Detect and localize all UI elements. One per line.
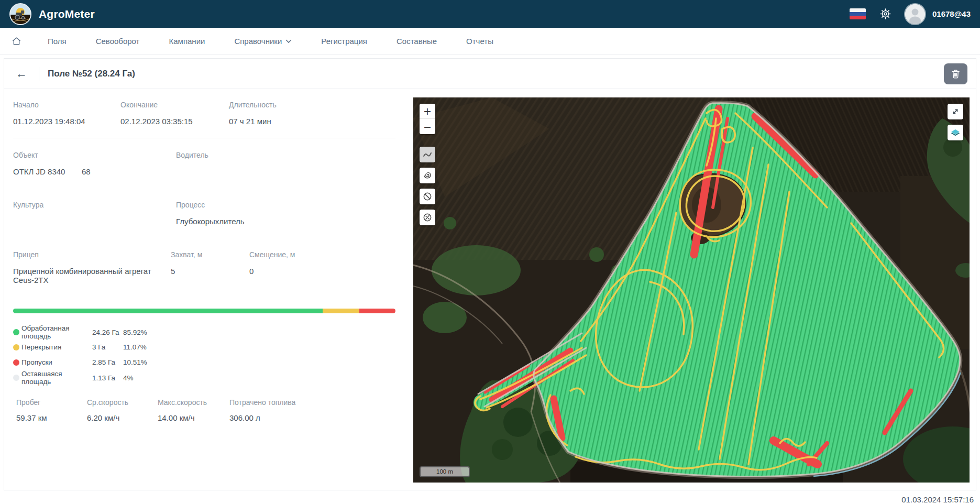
zoom-in-button[interactable]: + xyxy=(420,104,435,119)
trailer-value: Прицепной комбинированный агрегат Ceus-2… xyxy=(13,267,171,284)
culture-value xyxy=(13,217,176,226)
layers-icon xyxy=(950,127,961,138)
driver-value xyxy=(176,167,395,177)
end-label: Окончание xyxy=(120,101,229,109)
user-avatar[interactable] xyxy=(905,4,925,24)
agrometer-logo-icon xyxy=(9,3,31,25)
coverage-progress-bar xyxy=(13,309,395,313)
page-title: Поле №52 (28.24 Га) xyxy=(48,69,135,79)
trailer-label: Прицеп xyxy=(13,250,171,259)
section-divider xyxy=(13,138,395,138)
coverage-legend: Обработанная площадь 24.26 Га 85.92% Пер… xyxy=(13,324,395,385)
zoom-out-button[interactable]: − xyxy=(420,119,435,134)
avg-speed-value: 6.20 км/ч xyxy=(87,413,158,423)
map-tools-right xyxy=(948,104,963,140)
trailer-row: Прицеп Прицепной комбинированный агрегат… xyxy=(13,250,395,284)
offset-value: 0 xyxy=(249,267,395,276)
user-id[interactable]: 01678@43 xyxy=(932,9,971,18)
nav-item-registration[interactable]: Регистрация xyxy=(321,37,367,46)
avg-speed-label: Ср.скорость xyxy=(87,398,158,407)
nav-item-fields[interactable]: Поля xyxy=(48,37,67,46)
duration-label: Длительность xyxy=(229,101,395,109)
fullscreen-button[interactable] xyxy=(948,104,963,119)
object-number: 68 xyxy=(82,167,91,177)
settings-gear-icon[interactable] xyxy=(879,8,891,20)
exclusion-layer-button[interactable] xyxy=(420,189,435,204)
dates-row: Начало 01.12.2023 19:48:04 Окончание 02.… xyxy=(13,101,395,126)
legend-item-processed: Обработанная площадь 24.26 Га 85.92% xyxy=(13,324,395,339)
culture-label: Культура xyxy=(13,201,176,209)
nav-item-crop-rotation[interactable]: Севооборот xyxy=(96,37,140,46)
object-name: ОТКЛ JD 8340 xyxy=(13,167,82,177)
duration-value: 07 ч 21 мин xyxy=(229,117,395,126)
nav-item-composite[interactable]: Составные xyxy=(397,37,437,46)
title-divider xyxy=(39,67,39,81)
back-button[interactable]: ← xyxy=(13,66,30,82)
nav-item-campaigns[interactable]: Кампании xyxy=(169,37,205,46)
green-dot-icon xyxy=(13,329,19,335)
yellow-dot-icon xyxy=(13,344,19,350)
process-label: Процесс xyxy=(176,201,395,209)
end-value: 02.12.2023 03:35:15 xyxy=(120,117,229,126)
max-speed-value: 14.00 км/ч xyxy=(158,413,229,423)
speed-layer-button[interactable] xyxy=(420,210,435,225)
progress-segment-missed xyxy=(359,309,395,313)
start-value: 01.12.2023 19:48:04 xyxy=(13,117,120,126)
main-nav: Поля Севооборот Кампании Справочники Рег… xyxy=(0,28,980,55)
max-speed-label: Макс.скорость xyxy=(158,398,229,407)
expand-icon xyxy=(951,107,960,116)
working-width-label: Захват, м xyxy=(171,250,249,259)
offset-label: Смещение, м xyxy=(249,250,395,259)
field-details-panel: Начало 01.12.2023 19:48:04 Окончание 02.… xyxy=(4,97,404,483)
working-width-value: 5 xyxy=(171,267,249,276)
language-flag-icon[interactable] xyxy=(850,8,866,19)
nav-item-reports[interactable]: Отчеты xyxy=(466,37,493,46)
driver-label: Водитель xyxy=(176,151,395,159)
speed-circle-icon xyxy=(423,213,432,222)
track-polyline-icon xyxy=(423,150,432,159)
legend-item-overlap: Перекрытия 3 Га 11.07% xyxy=(13,339,395,355)
legend-item-remaining: Оставшаяся площадь 1.13 Га 4% xyxy=(13,370,395,385)
progress-segment-overlap xyxy=(323,309,360,313)
start-label: Начало xyxy=(13,101,120,109)
map-tools-left: + − xyxy=(420,104,435,225)
ban-icon xyxy=(423,192,432,201)
track-layer-button[interactable] xyxy=(420,147,435,162)
chevron-down-icon xyxy=(285,39,292,43)
field-coverage-overlay xyxy=(413,97,970,483)
title-bar: ← Поле №52 (28.24 Га) xyxy=(4,59,976,89)
spiral-layer-button[interactable] xyxy=(420,168,435,183)
object-row: Объект ОТКЛ JD 8340 68 Водитель xyxy=(13,151,395,177)
map-scale-bar: 100 m xyxy=(420,466,470,477)
object-label: Объект xyxy=(13,151,176,159)
app-title: AgroMeter xyxy=(39,8,95,20)
layers-button[interactable] xyxy=(948,125,963,140)
fuel-used-value: 306.00 л xyxy=(229,413,395,423)
top-bar: AgroMeter 01678@43 xyxy=(0,0,980,28)
home-icon[interactable] xyxy=(12,36,21,46)
nav-item-directories[interactable]: Справочники xyxy=(234,37,292,46)
progress-segment-processed xyxy=(13,309,323,313)
spiral-icon xyxy=(423,171,432,180)
gray-dot-icon xyxy=(13,375,19,381)
field-report-card: ← Поле №52 (28.24 Га) Начало 01.12.2023 … xyxy=(4,58,976,490)
delete-button[interactable] xyxy=(944,63,967,84)
mileage-value: 59.37 км xyxy=(16,413,87,423)
trash-icon xyxy=(951,69,960,79)
process-value: Глубокорыхлитель xyxy=(176,217,395,226)
culture-process-row: Культура Процесс Глубокорыхлитель xyxy=(13,201,395,226)
satellite-map[interactable]: + − xyxy=(413,97,970,483)
fuel-used-label: Потрачено топлива xyxy=(229,398,395,407)
legend-item-missed: Пропуски 2.85 Га 10.51% xyxy=(13,355,395,370)
current-datetime: 01.03.2024 15:57:16 xyxy=(0,490,980,504)
mileage-label: Пробег xyxy=(16,398,87,407)
red-dot-icon xyxy=(13,359,19,366)
trip-stats-row: Пробег 59.37 км Ср.скорость 6.20 км/ч Ма… xyxy=(13,398,395,423)
